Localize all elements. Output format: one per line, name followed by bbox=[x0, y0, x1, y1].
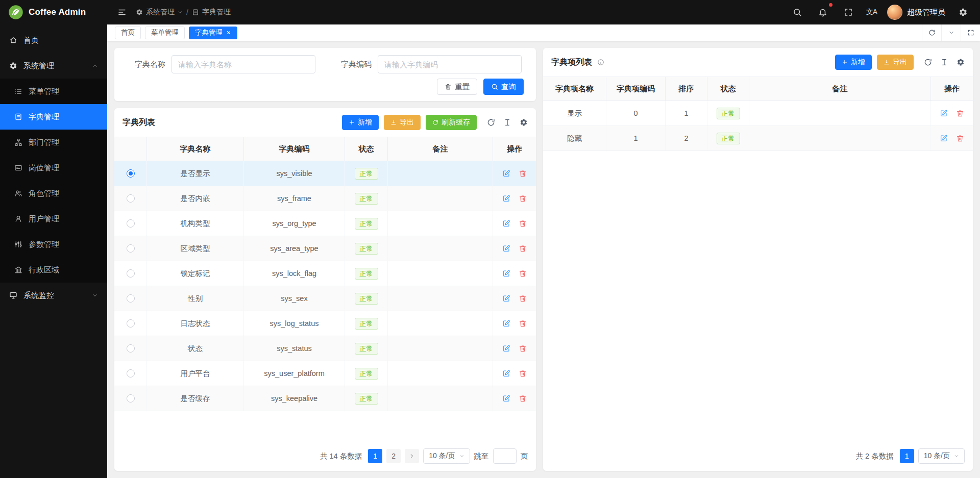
fullscreen-icon[interactable] bbox=[841, 5, 856, 20]
expand-content-icon[interactable] bbox=[961, 24, 980, 41]
tab-dict-mgmt[interactable]: 字典管理 bbox=[189, 27, 237, 39]
search-icon[interactable] bbox=[790, 5, 805, 20]
delete-icon[interactable] bbox=[519, 244, 527, 253]
collapse-sidebar-icon[interactable] bbox=[114, 5, 130, 20]
sidebar-group-monitor[interactable]: 系统监控 bbox=[0, 283, 107, 308]
edit-icon[interactable] bbox=[502, 269, 510, 278]
sidebar-item-param-mgmt[interactable]: 参数管理 bbox=[0, 232, 107, 257]
page-button-1[interactable]: 1 bbox=[368, 449, 382, 463]
delete-icon[interactable] bbox=[519, 294, 527, 303]
dict-table-row[interactable]: 日志状态sys_log_status正常 bbox=[114, 311, 536, 336]
add-item-button[interactable]: 新增 bbox=[835, 55, 872, 70]
sidebar-item-dict-mgmt[interactable]: 字典管理 bbox=[0, 104, 107, 130]
delete-icon[interactable] bbox=[956, 134, 964, 142]
row-radio[interactable] bbox=[127, 369, 135, 378]
sidebar-item-user-mgmt[interactable]: 用户管理 bbox=[0, 206, 107, 232]
delete-icon[interactable] bbox=[519, 269, 527, 278]
column-settings-icon[interactable] bbox=[520, 118, 528, 127]
app-logo[interactable]: Coffee Admin bbox=[0, 0, 107, 24]
row-radio[interactable] bbox=[127, 344, 135, 353]
edit-icon[interactable] bbox=[502, 394, 510, 402]
close-tab-icon[interactable] bbox=[226, 30, 231, 35]
dict-table-row[interactable]: 区域类型sys_area_type正常 bbox=[114, 236, 536, 261]
row-select-cell bbox=[114, 186, 147, 211]
user-menu[interactable]: 超级管理员 bbox=[887, 5, 945, 20]
dict-table-row[interactable]: 是否内嵌sys_frame正常 bbox=[114, 186, 536, 211]
page-size-select[interactable]: 10 条/页 bbox=[918, 448, 965, 464]
edit-icon[interactable] bbox=[940, 134, 948, 142]
sidebar-item-menu-mgmt[interactable]: 菜单管理 bbox=[0, 79, 107, 104]
row-density-icon[interactable] bbox=[940, 58, 948, 66]
translate-icon[interactable]: 文A bbox=[866, 8, 877, 17]
delete-icon[interactable] bbox=[519, 369, 527, 378]
refresh-table-icon[interactable] bbox=[924, 58, 932, 66]
page-button-2[interactable]: 2 bbox=[386, 449, 401, 463]
dict-table-row[interactable]: 是否缓存sys_keepalive正常 bbox=[114, 386, 536, 411]
edit-icon[interactable] bbox=[502, 369, 510, 378]
dict-table-row[interactable]: 锁定标记sys_lock_flag正常 bbox=[114, 261, 536, 286]
sidebar-item-region-mgmt[interactable]: 行政区域 bbox=[0, 257, 107, 283]
column-settings-icon[interactable] bbox=[957, 58, 965, 66]
sidebar-item-role-mgmt[interactable]: 角色管理 bbox=[0, 181, 107, 206]
settings-gear-icon[interactable] bbox=[955, 5, 971, 20]
edit-icon[interactable] bbox=[502, 194, 510, 203]
tab-menu-mgmt[interactable]: 菜单管理 bbox=[145, 27, 185, 39]
page-button-1[interactable]: 1 bbox=[900, 449, 914, 463]
edit-icon[interactable] bbox=[940, 109, 948, 117]
next-page-button[interactable] bbox=[405, 449, 419, 463]
row-radio[interactable] bbox=[127, 169, 135, 178]
refresh-cache-button[interactable]: 刷新缓存 bbox=[426, 115, 477, 130]
dict-table-row[interactable]: 状态sys_status正常 bbox=[114, 336, 536, 361]
notifications-bell-icon[interactable] bbox=[815, 5, 830, 20]
info-icon[interactable] bbox=[597, 59, 604, 66]
edit-icon[interactable] bbox=[502, 344, 510, 353]
item-table-row[interactable]: 显示01正常 bbox=[543, 101, 973, 126]
jump-page-input[interactable] bbox=[493, 448, 517, 464]
dict-table-row[interactable]: 用户平台sys_user_platform正常 bbox=[114, 361, 536, 386]
delete-icon[interactable] bbox=[519, 319, 527, 328]
page-size-select[interactable]: 10 条/页 bbox=[423, 448, 470, 464]
dict-table-row[interactable]: 性别sys_sex正常 bbox=[114, 286, 536, 311]
reset-button[interactable]: 重置 bbox=[437, 79, 477, 95]
breadcrumb-system[interactable]: 系统管理 bbox=[136, 8, 183, 17]
edit-icon[interactable] bbox=[502, 319, 510, 328]
edit-icon[interactable] bbox=[502, 244, 510, 253]
dict-name-input[interactable] bbox=[172, 55, 315, 73]
add-dict-button[interactable]: 新增 bbox=[342, 115, 379, 130]
dict-table-row[interactable]: 机构类型sys_org_type正常 bbox=[114, 211, 536, 236]
sidebar-item-dept-mgmt[interactable]: 部门管理 bbox=[0, 130, 107, 155]
row-radio[interactable] bbox=[127, 294, 135, 303]
refresh-page-icon[interactable] bbox=[922, 24, 941, 41]
query-button[interactable]: 查询 bbox=[483, 79, 524, 95]
row-radio[interactable] bbox=[127, 269, 135, 278]
row-radio[interactable] bbox=[127, 194, 135, 203]
delete-icon[interactable] bbox=[519, 219, 527, 228]
sidebar-group-system[interactable]: 系统管理 bbox=[0, 53, 107, 79]
chevron-down-icon bbox=[178, 10, 183, 15]
tab-home[interactable]: 首页 bbox=[115, 27, 141, 39]
breadcrumb-dict[interactable]: 字典管理 bbox=[192, 8, 231, 17]
item-table-row[interactable]: 隐藏12正常 bbox=[543, 126, 973, 151]
row-radio[interactable] bbox=[127, 244, 135, 253]
edit-icon[interactable] bbox=[502, 169, 510, 178]
tabs-dropdown-icon[interactable] bbox=[941, 24, 961, 41]
edit-icon[interactable] bbox=[502, 219, 510, 228]
delete-icon[interactable] bbox=[519, 394, 527, 402]
dict-table-row[interactable]: 是否显示sys_visible正常 bbox=[114, 161, 536, 186]
sidebar-item-post-mgmt[interactable]: 岗位管理 bbox=[0, 155, 107, 181]
export-dict-button[interactable]: 导出 bbox=[384, 115, 421, 130]
row-radio[interactable] bbox=[127, 394, 135, 402]
delete-icon[interactable] bbox=[519, 344, 527, 353]
edit-icon[interactable] bbox=[502, 294, 510, 303]
row-radio[interactable] bbox=[127, 319, 135, 328]
delete-icon[interactable] bbox=[519, 194, 527, 203]
dict-name-cell: 是否缓存 bbox=[147, 386, 244, 411]
row-density-icon[interactable] bbox=[503, 118, 511, 127]
row-radio[interactable] bbox=[127, 219, 135, 228]
export-item-button[interactable]: 导出 bbox=[877, 55, 914, 70]
delete-icon[interactable] bbox=[519, 169, 527, 178]
dict-code-input[interactable] bbox=[378, 55, 522, 73]
refresh-table-icon[interactable] bbox=[487, 118, 495, 127]
sidebar-item-home[interactable]: 首页 bbox=[0, 28, 107, 53]
delete-icon[interactable] bbox=[956, 109, 964, 117]
